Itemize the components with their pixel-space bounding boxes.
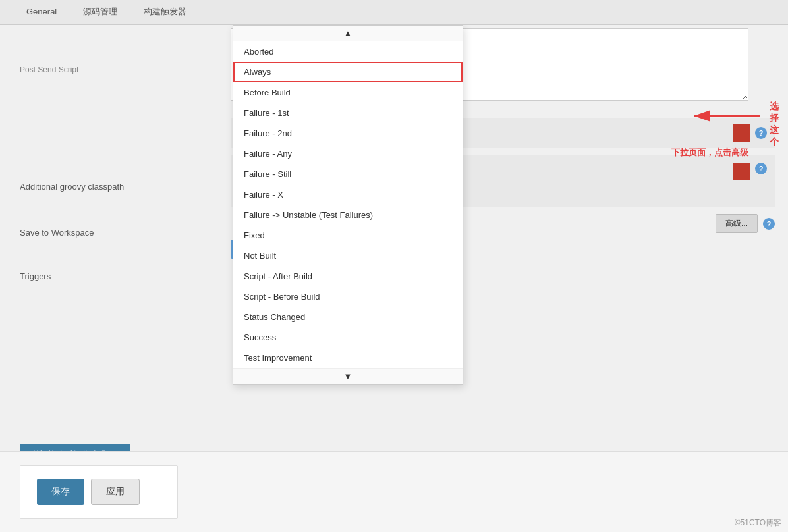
- bottom-bar: 保存 应用: [0, 451, 788, 532]
- dropdown-item-not-built[interactable]: Not Built: [233, 246, 463, 266]
- dropdown-item-success[interactable]: Success: [233, 327, 463, 348]
- dropdown-item-test-improvement[interactable]: Test Improvement: [233, 348, 463, 368]
- dropdown-item-failure-still[interactable]: Failure - Still: [233, 164, 463, 184]
- left-sidebar: Post Send Script Additional groovy class…: [0, 25, 224, 330]
- groovy-help-icon[interactable]: ?: [755, 127, 767, 139]
- triggers-help-icon[interactable]: ?: [763, 218, 775, 230]
- label-additional-groovy: Additional groovy classpath: [20, 181, 204, 193]
- page-wrapper: Post Send Script Additional groovy class…: [0, 25, 788, 532]
- watermark: ©51CTO博客: [735, 518, 781, 529]
- dropdown-item-failure-x[interactable]: Failure - X: [233, 184, 463, 205]
- groovy-x-button[interactable]: [733, 124, 750, 142]
- label-save-workspace: Save to Workspace: [20, 227, 204, 239]
- dropdown-item-failure-any[interactable]: Failure - Any: [233, 144, 463, 164]
- top-navigation: General 源码管理 构建触发器: [0, 0, 788, 25]
- dropdown-item-status-changed[interactable]: Status Changed: [233, 307, 463, 327]
- tab-general[interactable]: General: [13, 1, 70, 23]
- workspace-help-icon[interactable]: ?: [755, 163, 767, 174]
- arrow-svg: [687, 106, 766, 126]
- dropdown-item-always[interactable]: Always: [233, 62, 463, 82]
- dropdown-item-aborted[interactable]: Aborted: [233, 41, 463, 62]
- dropdown-item-script-after[interactable]: Script - After Build: [233, 266, 463, 286]
- up-arrow-icon: ▲: [344, 28, 352, 38]
- dropdown-item-failure-1st[interactable]: Failure - 1st: [233, 103, 463, 123]
- down-arrow-icon: ▼: [344, 371, 352, 381]
- bottom-buttons-container: 保存 应用: [20, 465, 178, 519]
- dropdown-item-before-build[interactable]: Before Build: [233, 82, 463, 103]
- save-button[interactable]: 保存: [37, 479, 84, 505]
- label-triggers: Triggers: [20, 271, 204, 282]
- scroll-hint-annotation: 下拉页面，点击高级: [671, 147, 748, 159]
- label-post-send-script: Post Send Script: [20, 65, 204, 76]
- dropdown-menu: ▲ Aborted Always Before Build Failure - …: [233, 25, 463, 385]
- advanced-button[interactable]: 高级...: [716, 214, 758, 233]
- tab-build-triggers[interactable]: 构建触发器: [130, 1, 200, 24]
- tab-source[interactable]: 源码管理: [70, 1, 130, 24]
- workspace-x-button[interactable]: [733, 163, 750, 180]
- always-annotation-text: 选择这个: [770, 101, 779, 148]
- scroll-up-indicator[interactable]: ▲: [233, 26, 463, 41]
- apply-button[interactable]: 应用: [91, 479, 140, 505]
- dropdown-item-failure-unstable[interactable]: Failure -> Unstable (Test Failures): [233, 205, 463, 225]
- scroll-down-indicator[interactable]: ▼: [233, 368, 463, 384]
- dropdown-item-fixed[interactable]: Fixed: [233, 225, 463, 246]
- dropdown-item-script-before[interactable]: Script - Before Build: [233, 286, 463, 307]
- dropdown-item-failure-2nd[interactable]: Failure - 2nd: [233, 123, 463, 144]
